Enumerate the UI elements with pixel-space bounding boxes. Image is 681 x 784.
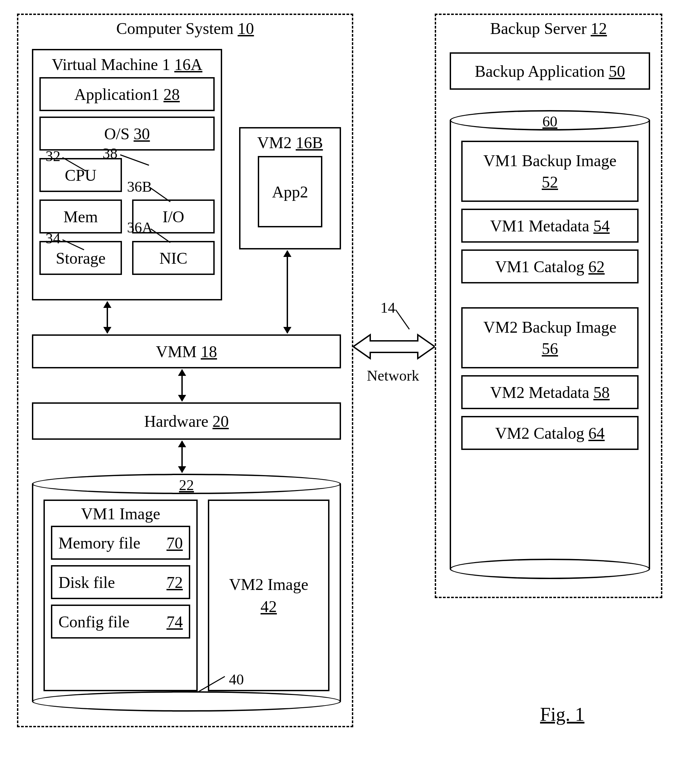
lead-38-label: 38	[103, 145, 117, 162]
vm1-box: Virtual Machine 1 16A Application1 28 O/…	[32, 49, 222, 300]
lead-36b-label: 36B	[127, 178, 152, 195]
vm2-box: VM2 16B App2	[239, 127, 341, 249]
vm1-image-title: VM1 Image	[51, 504, 190, 523]
diagram-root: Computer System 10 Virtual Machine 1 16A…	[10, 10, 671, 774]
backup-cylinder: 60 VM1 Backup Image 52 VM1 Metadata 54 V…	[450, 120, 650, 569]
storage-cylinder: 22 VM1 Image Memory file 70 Disk file 72…	[32, 484, 341, 701]
vm1-title: Virtual Machine 1 16A	[40, 55, 215, 74]
hardware-box: Hardware 20	[32, 402, 341, 440]
disk-file-box: Disk file 72	[51, 565, 190, 599]
lead-34-label: 34	[46, 230, 60, 247]
lead-40-label: 40	[229, 671, 244, 688]
vm1-metadata-box: VM1 Metadata 54	[461, 209, 638, 243]
memory-file-box: Memory file 70	[51, 526, 190, 560]
arrow-hw-storage	[181, 441, 183, 472]
backup-server-box: Backup Server 12 Backup Application 50 6…	[435, 14, 662, 598]
backup-server-title: Backup Server 12	[436, 19, 661, 38]
vm2-catalog-box: VM2 Catalog 64	[461, 416, 638, 450]
lead-14-label: 14	[380, 299, 395, 316]
network-label: Network	[367, 367, 419, 384]
vm1-mem-box: Mem	[40, 200, 122, 233]
vm1-nic-box: NIC	[132, 241, 215, 275]
config-file-box: Config file 74	[51, 605, 190, 638]
arrow-vm1-vmm	[107, 302, 108, 333]
figure-label: Fig. 1	[540, 703, 584, 725]
computer-system-box: Computer System 10 Virtual Machine 1 16A…	[17, 14, 353, 727]
vm1-application-box: Application1 28	[40, 77, 215, 111]
backup-application-box: Backup Application 50	[450, 52, 650, 90]
lead-14	[395, 309, 410, 330]
vm1-backup-image-box: VM1 Backup Image 52	[461, 141, 638, 202]
vm1-catalog-box: VM1 Catalog 62	[461, 249, 638, 283]
arrow-vmm-hw	[181, 370, 183, 401]
vm2-title: VM2 16B	[247, 133, 334, 152]
vm1-image-box: VM1 Image Memory file 70 Disk file 72 Co…	[43, 500, 198, 691]
vm2-image-box: VM2 Image 42	[208, 500, 329, 691]
vm2-app-box: App2	[258, 156, 322, 227]
lead-36a-label: 36A	[127, 219, 153, 236]
arrow-vm2-vmm	[287, 251, 288, 333]
lead-32-label: 32	[46, 148, 60, 165]
vm1-os-box: O/S 30	[40, 117, 215, 151]
svg-marker-0	[353, 335, 435, 359]
computer-system-title: Computer System 10	[18, 19, 352, 38]
vm2-backup-image-box: VM2 Backup Image 56	[461, 307, 638, 368]
vmm-box: VMM 18	[32, 335, 341, 368]
vm2-metadata-box: VM2 Metadata 58	[461, 375, 638, 409]
network-arrow	[353, 331, 435, 362]
